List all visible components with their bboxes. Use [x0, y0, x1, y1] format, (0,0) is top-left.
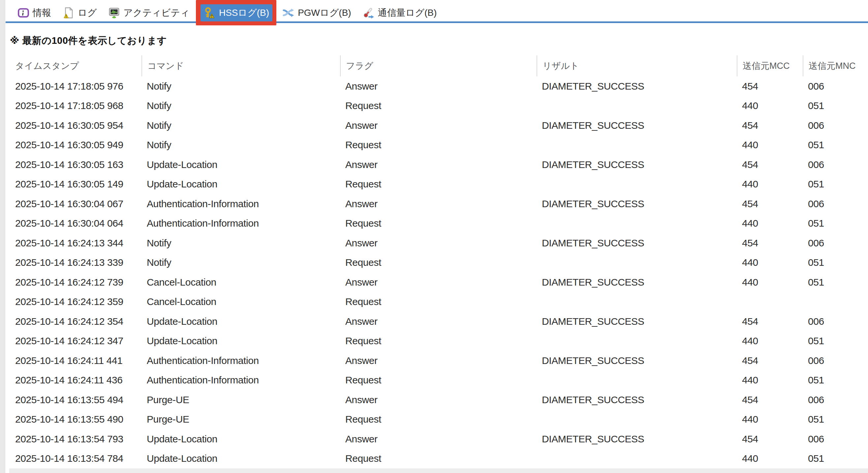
timestamp-cell: 2025-10-14 16:24:13 344 — [10, 237, 142, 249]
timestamp-cell: 2025-10-14 16:30:04 067 — [10, 198, 142, 209]
timestamp-cell: 2025-10-14 16:24:11 436 — [10, 374, 142, 386]
mnc-cell: 051 — [803, 374, 868, 386]
col-header-timestamp: タイムスタンプ — [10, 55, 142, 76]
table-row: 2025-10-14 16:30:05 954 Notify Answer DI… — [10, 115, 868, 135]
command-cell: Update-Location — [142, 159, 340, 170]
tab-label: アクティビティ — [123, 7, 190, 19]
mcc-cell: 454 — [737, 159, 803, 170]
mnc-cell: 006 — [803, 434, 868, 445]
info-icon — [18, 7, 29, 19]
command-cell: Update-Location — [142, 335, 340, 346]
tab-log[interactable]: ログ — [59, 4, 100, 22]
mcc-cell: 454 — [737, 434, 803, 445]
mcc-cell: 454 — [737, 394, 803, 405]
result-cell: DIAMETER_SUCCESS — [536, 355, 737, 366]
tab-hss-log[interactable]: HSSログ(B) — [200, 4, 272, 22]
table-row: 2025-10-14 16:24:13 344 Notify Answer DI… — [10, 233, 868, 253]
table-body: 2025-10-14 17:18:05 976 Notify Answer DI… — [10, 76, 868, 468]
timestamp-cell: 2025-10-14 16:13:55 494 — [10, 394, 142, 405]
timestamp-cell: 2025-10-14 16:30:05 163 — [10, 159, 142, 170]
tab-traffic-log[interactable]: 通信量ログ(B) — [360, 4, 440, 22]
hss-log-screen: 情報 ログ アクティビティ HSSログ(B) — [0, 0, 868, 473]
mcc-cell: 454 — [737, 355, 803, 366]
result-cell: DIAMETER_SUCCESS — [536, 198, 737, 209]
mcc-cell: 440 — [737, 335, 803, 346]
command-cell: Cancel-Location — [142, 277, 340, 288]
mnc-cell: 006 — [803, 394, 868, 405]
tab-activity[interactable]: アクティビティ — [105, 4, 193, 22]
tab-pgw-log[interactable]: PGWログ(B) — [279, 4, 354, 22]
timestamp-cell: 2025-10-14 17:18:05 968 — [10, 100, 142, 111]
command-cell: Purge-UE — [142, 414, 340, 425]
table-row: 2025-10-14 16:24:12 739 Cancel-Location … — [10, 272, 868, 292]
mnc-cell: 006 — [803, 120, 868, 131]
timestamp-cell: 2025-10-14 17:18:05 976 — [10, 81, 142, 92]
mnc-cell: 051 — [803, 335, 868, 346]
flag-cell: Request — [340, 139, 536, 150]
table-row: 2025-10-14 17:18:05 968 Notify Request 4… — [10, 96, 868, 116]
col-header-flag: フラグ — [340, 55, 536, 76]
mcc-cell: 454 — [737, 81, 803, 92]
mnc-cell: 006 — [803, 159, 868, 170]
click-annotation-box: HSSログ(B) — [196, 0, 276, 25]
table-row: 2025-10-14 16:24:12 354 Update-Location … — [10, 312, 868, 331]
mnc-cell: 051 — [803, 139, 868, 150]
table-row: 2025-10-14 16:24:13 339 Notify Request 4… — [10, 253, 868, 273]
col-header-command: コマンド — [142, 55, 340, 76]
flag-cell: Answer — [340, 355, 536, 366]
flag-cell: Answer — [340, 237, 536, 249]
command-cell: Notify — [142, 81, 340, 92]
command-cell: Authentication-Information — [142, 355, 340, 366]
timestamp-cell: 2025-10-14 16:30:05 149 — [10, 178, 142, 190]
timestamp-cell: 2025-10-14 16:30:04 064 — [10, 218, 142, 229]
table-row: 2025-10-14 16:24:11 441 Authentication-I… — [10, 351, 868, 371]
log-warning-icon — [63, 7, 74, 19]
flag-cell: Request — [340, 178, 536, 190]
flag-cell: Answer — [340, 198, 536, 209]
command-cell: Purge-UE — [142, 394, 340, 405]
table-row: 2025-10-14 16:13:54 784 Update-Location … — [10, 449, 868, 469]
flag-cell: Answer — [340, 81, 536, 92]
command-cell: Notify — [142, 237, 340, 249]
command-cell: Authentication-Information — [142, 198, 340, 209]
mcc-cell: 440 — [737, 218, 803, 229]
col-header-mcc: 送信元MCC — [737, 55, 803, 76]
tab-label: HSSログ(B) — [219, 7, 269, 19]
tab-info[interactable]: 情報 — [14, 4, 54, 22]
tab-bar: 情報 ログ アクティビティ HSSログ(B) — [6, 0, 868, 23]
timestamp-cell: 2025-10-14 16:13:55 490 — [10, 414, 142, 425]
table-row: 2025-10-14 16:13:54 793 Update-Location … — [10, 429, 868, 449]
flag-cell: Request — [340, 414, 536, 425]
result-cell: DIAMETER_SUCCESS — [536, 316, 737, 327]
flag-cell: Answer — [340, 277, 536, 288]
command-cell: Update-Location — [142, 316, 340, 327]
table-row: 2025-10-14 16:30:04 064 Authentication-I… — [10, 214, 868, 234]
command-cell: Notify — [142, 100, 340, 111]
timestamp-cell: 2025-10-14 16:24:12 359 — [10, 296, 142, 307]
timestamp-cell: 2025-10-14 16:24:11 441 — [10, 355, 142, 366]
left-gutter — [0, 0, 5, 473]
result-cell: DIAMETER_SUCCESS — [536, 120, 737, 131]
mcc-cell: 454 — [737, 198, 803, 209]
mnc-cell: 006 — [803, 237, 868, 249]
log-table: タイムスタンプ コマンド フラグ リザルト 送信元MCC 送信元MNC 2025… — [10, 55, 868, 468]
result-cell: DIAMETER_SUCCESS — [536, 81, 737, 92]
flag-cell: Answer — [340, 434, 536, 445]
table-row: 2025-10-14 17:18:05 976 Notify Answer DI… — [10, 76, 868, 96]
shuffle-arrows-icon — [283, 7, 294, 19]
mcc-cell: 440 — [737, 277, 803, 288]
tab-label: PGWログ(B) — [298, 7, 351, 19]
result-cell: DIAMETER_SUCCESS — [536, 277, 737, 288]
command-cell: Notify — [142, 257, 340, 268]
flag-cell: Answer — [340, 120, 536, 131]
timestamp-cell: 2025-10-14 16:30:05 949 — [10, 139, 142, 150]
timestamp-cell: 2025-10-14 16:30:05 954 — [10, 120, 142, 131]
flag-cell: Request — [340, 296, 536, 307]
mnc-cell: 006 — [803, 198, 868, 209]
table-row: 2025-10-14 16:30:04 067 Authentication-I… — [10, 194, 868, 214]
mnc-cell: 006 — [803, 355, 868, 366]
command-cell: Cancel-Location — [142, 296, 340, 307]
flag-cell: Request — [340, 257, 536, 268]
timestamp-cell: 2025-10-14 16:24:13 339 — [10, 257, 142, 268]
command-cell: Authentication-Information — [142, 374, 340, 386]
